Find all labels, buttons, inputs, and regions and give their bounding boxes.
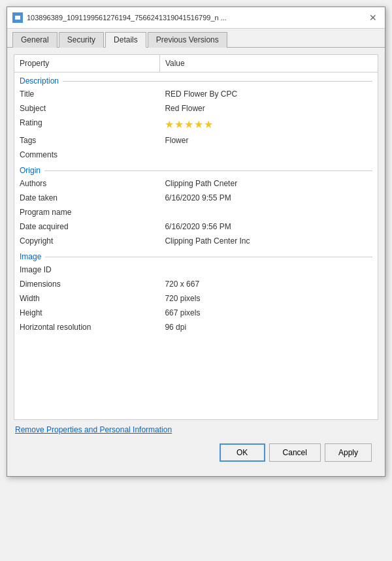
property-cell: Rating — [14, 116, 159, 133]
property-cell: Comments — [14, 148, 159, 162]
table-row: Date acquired6/16/2020 9:56 PM — [14, 219, 378, 234]
property-cell: Dimensions — [14, 277, 159, 291]
value-cell[interactable]: 6/16/2020 9:56 PM — [159, 219, 378, 234]
ok-button[interactable]: OK — [220, 443, 265, 462]
table-row: Rating★★★★★ — [14, 116, 378, 133]
col-header-value: Value — [159, 55, 378, 72]
tab-security[interactable]: Security — [59, 32, 104, 48]
close-button[interactable]: ✕ — [367, 11, 380, 24]
table-row: Dimensions720 x 667 — [14, 277, 378, 291]
value-cell[interactable]: 96 dpi — [159, 320, 378, 334]
properties-table-container[interactable]: Property Value DescriptionTitleRED Flowe… — [14, 54, 378, 420]
tab-details[interactable]: Details — [105, 32, 146, 48]
table-row: SubjectRed Flower — [14, 101, 378, 116]
property-cell: Horizontal resolution — [14, 320, 159, 334]
table-row: Comments — [14, 148, 378, 162]
value-cell[interactable]: 667 pixels — [159, 306, 378, 320]
value-cell[interactable]: 720 pixels — [159, 291, 378, 306]
value-cell[interactable]: RED Flower By CPC — [159, 87, 378, 101]
table-row: TitleRED Flower By CPC — [14, 87, 378, 101]
remove-properties-link[interactable]: Remove Properties and Personal Informati… — [15, 425, 377, 434]
section-header-image: Image — [14, 248, 378, 263]
table-row: CopyrightClipping Path Center Inc — [14, 234, 378, 248]
property-cell: Title — [14, 87, 159, 101]
table-row: Horizontal resolution96 dpi — [14, 320, 378, 334]
value-cell[interactable]: Red Flower — [159, 101, 378, 116]
property-cell: Copyright — [14, 234, 159, 248]
property-cell: Program name — [14, 205, 159, 219]
cancel-button[interactable]: Cancel — [269, 443, 321, 462]
section-label-image: Image — [20, 252, 41, 261]
value-cell[interactable]: Flower — [159, 133, 378, 148]
property-cell: Height — [14, 306, 159, 320]
section-header-origin: Origin — [14, 162, 378, 176]
properties-table: Property Value DescriptionTitleRED Flowe… — [14, 55, 378, 334]
section-label-description: Description — [20, 76, 59, 86]
table-row: Width720 pixels — [14, 291, 378, 306]
tab-bar: General Security Details Previous Versio… — [7, 29, 385, 48]
table-row: TagsFlower — [14, 133, 378, 148]
value-cell[interactable]: Clipping Path Cneter — [159, 176, 378, 191]
property-cell: Date acquired — [14, 219, 159, 234]
section-header-description: Description — [14, 72, 378, 88]
rating-stars: ★★★★★ — [165, 119, 214, 130]
value-cell[interactable]: ★★★★★ — [159, 116, 378, 133]
property-cell: Image ID — [14, 263, 159, 277]
value-cell[interactable] — [159, 263, 378, 277]
dialog-body: Property Value DescriptionTitleRED Flowe… — [7, 48, 385, 476]
tab-previous-versions[interactable]: Previous Versions — [148, 32, 227, 48]
table-row: Image ID — [14, 263, 378, 277]
table-row: AuthorsClipping Path Cneter — [14, 176, 378, 191]
value-cell[interactable] — [159, 205, 378, 219]
table-row: Height667 pixels — [14, 306, 378, 320]
section-label-origin: Origin — [20, 166, 41, 175]
table-row: Program name — [14, 205, 378, 219]
button-row: OK Cancel Apply — [14, 438, 378, 470]
col-header-property: Property — [14, 55, 159, 72]
svg-rect-1 — [15, 16, 20, 20]
property-cell: Authors — [14, 176, 159, 191]
value-cell[interactable]: Clipping Path Center Inc — [159, 234, 378, 248]
title-bar: 103896389_1091199561276194_7566241319041… — [7, 7, 385, 29]
value-cell[interactable]: 720 x 667 — [159, 277, 378, 291]
property-cell: Width — [14, 291, 159, 306]
property-cell: Subject — [14, 101, 159, 116]
value-cell[interactable] — [159, 148, 378, 162]
properties-window: 103896389_1091199561276194_7566241319041… — [7, 7, 385, 477]
value-cell[interactable]: 6/16/2020 9:55 PM — [159, 191, 378, 205]
property-cell: Date taken — [14, 191, 159, 205]
tab-general[interactable]: General — [12, 32, 57, 48]
apply-button[interactable]: Apply — [325, 443, 372, 462]
window-icon — [12, 12, 23, 23]
property-cell: Tags — [14, 133, 159, 148]
title-bar-text: 103896389_1091199561276194_7566241319041… — [27, 14, 367, 22]
table-row: Date taken6/16/2020 9:55 PM — [14, 191, 378, 205]
